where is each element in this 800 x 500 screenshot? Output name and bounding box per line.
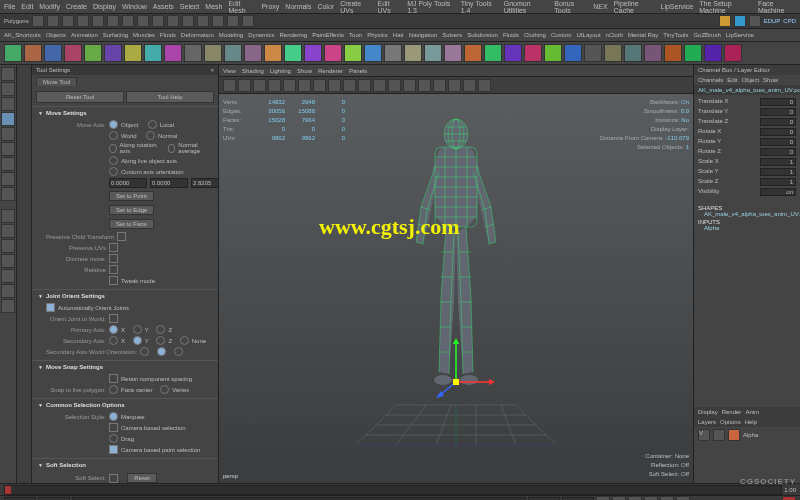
playback-end-input[interactable] <box>528 497 560 501</box>
shelf-icon[interactable] <box>64 44 82 62</box>
layer-menu-help[interactable]: Help <box>745 419 757 425</box>
menu-assets[interactable]: Assets <box>153 3 174 10</box>
shelf-icon[interactable] <box>544 44 562 62</box>
shelf-tab[interactable]: TinyTools <box>663 32 688 38</box>
camera-sel-check[interactable] <box>109 423 118 432</box>
layout-four-icon[interactable] <box>1 224 15 238</box>
shelf-icon[interactable] <box>184 44 202 62</box>
range-end-input[interactable] <box>562 497 594 501</box>
shelf-tab[interactable]: Mental Ray <box>628 32 658 38</box>
shelf-tab[interactable]: Physics <box>367 32 388 38</box>
vp-tool-icon[interactable] <box>478 79 491 92</box>
menu-nex[interactable]: NEX <box>593 3 607 10</box>
shelf-icon[interactable] <box>4 44 22 62</box>
shelf-tab[interactable]: Subdivision <box>467 32 498 38</box>
layout-single-icon[interactable] <box>1 209 15 223</box>
character-mesh[interactable] <box>391 112 521 402</box>
menu-proxy[interactable]: Proxy <box>261 3 279 10</box>
shelf-icon[interactable] <box>224 44 242 62</box>
menu-file[interactable]: File <box>4 3 15 10</box>
time-slider[interactable]: 1.00 <box>0 483 800 495</box>
menu-editmesh[interactable]: Edit Mesh <box>228 0 255 14</box>
playback-start-input[interactable] <box>38 497 70 501</box>
vp-menu-renderer[interactable]: Renderer <box>318 68 343 74</box>
layout-persp-graph-icon[interactable] <box>1 254 15 268</box>
menu-create[interactable]: Create <box>66 3 87 10</box>
shelf-icon[interactable] <box>324 44 342 62</box>
attr-value[interactable]: 1 <box>760 158 796 166</box>
set-to-point-button[interactable]: Set to Point <box>109 191 154 201</box>
menu-lipservice[interactable]: LipService <box>661 3 694 10</box>
attr-value[interactable]: 0 <box>760 148 796 156</box>
layer-type-toggle[interactable] <box>713 429 725 441</box>
layout-hypershade-icon[interactable] <box>1 269 15 283</box>
attr-value[interactable]: 0 <box>760 108 796 116</box>
status-icon[interactable] <box>122 15 134 27</box>
status-icon[interactable] <box>32 15 44 27</box>
shelf-tab[interactable]: nCloth <box>606 32 623 38</box>
autokey-icon[interactable] <box>782 496 796 501</box>
vp-tool-icon[interactable] <box>253 79 266 92</box>
lasso-tool-icon[interactable] <box>1 82 15 96</box>
vp-tool-icon[interactable] <box>373 79 386 92</box>
custom-y-input[interactable] <box>150 178 188 188</box>
attr-label[interactable]: Translate Y <box>698 108 728 116</box>
selected-object-name[interactable]: AK_male_v4_alpha_toes_anim_UV:polyS... <box>694 85 800 95</box>
shelf-icon[interactable] <box>404 44 422 62</box>
cb-menu-channels[interactable]: Channels <box>698 77 723 83</box>
discrete-move-check[interactable] <box>109 254 118 263</box>
shelf-icon[interactable] <box>124 44 142 62</box>
menu-normals[interactable]: Normals <box>285 3 311 10</box>
shelf-tab[interactable]: Clothing <box>524 32 546 38</box>
shelf-icon[interactable] <box>104 44 122 62</box>
shelf-icon[interactable] <box>44 44 62 62</box>
axis-normavg-radio[interactable] <box>168 144 176 153</box>
soft-select-check[interactable] <box>109 474 118 483</box>
axis-world-radio[interactable] <box>109 131 118 140</box>
current-time-marker[interactable] <box>5 486 11 494</box>
shelf-tab[interactable]: Hair <box>393 32 404 38</box>
shelf-icon[interactable] <box>624 44 642 62</box>
sw-y-radio[interactable] <box>157 347 166 356</box>
shelf-tab[interactable]: Rendering <box>280 32 308 38</box>
vp-tool-icon[interactable] <box>418 79 431 92</box>
shelf-icon[interactable] <box>264 44 282 62</box>
layer-tab-display[interactable]: Display <box>698 409 718 415</box>
render-icon[interactable] <box>719 15 731 27</box>
shelf-tab[interactable]: Animation <box>71 32 98 38</box>
shelf-icon[interactable] <box>284 44 302 62</box>
vp-tool-icon[interactable] <box>298 79 311 92</box>
status-icon[interactable] <box>749 15 761 27</box>
attr-value[interactable]: 0 <box>760 118 796 126</box>
menu-mesh[interactable]: Mesh <box>205 3 222 10</box>
attr-label[interactable]: Scale Y <box>698 168 719 176</box>
shelf-icon[interactable] <box>84 44 102 62</box>
vp-tool-icon[interactable] <box>313 79 326 92</box>
vp-tool-icon[interactable] <box>343 79 356 92</box>
sw-z-radio[interactable] <box>174 347 183 356</box>
status-icon[interactable] <box>62 15 74 27</box>
sel-drag-radio[interactable] <box>109 434 118 443</box>
attr-label[interactable]: Rotate X <box>698 128 721 136</box>
shape-name[interactable]: AK_male_v4_alpha_toes_anim_UV:pol... <box>704 211 796 217</box>
sa-y-radio[interactable] <box>133 336 142 345</box>
orient-world-check[interactable] <box>109 314 118 323</box>
shelf-tab[interactable]: Deformation <box>181 32 214 38</box>
menu-facemachine[interactable]: Face Machine <box>758 0 796 14</box>
shelf-icon[interactable] <box>24 44 42 62</box>
vp-menu-view[interactable]: View <box>223 68 236 74</box>
vp-menu-shading[interactable]: Shading <box>242 68 264 74</box>
attr-value[interactable]: 0 <box>760 128 796 136</box>
shelf-icon[interactable] <box>344 44 362 62</box>
preserve-child-check[interactable] <box>117 232 126 241</box>
shelf-icon[interactable] <box>444 44 462 62</box>
shelf-tab[interactable]: LipService <box>726 32 754 38</box>
status-icon[interactable] <box>77 15 89 27</box>
axis-local-radio[interactable] <box>148 120 157 129</box>
status-icon[interactable] <box>182 15 194 27</box>
axis-rotaxis-radio[interactable] <box>109 144 117 153</box>
attr-label[interactable]: Scale Z <box>698 178 718 186</box>
axis-liveobj-radio[interactable] <box>109 156 118 165</box>
attr-value[interactable]: 0 <box>760 138 796 146</box>
attr-label[interactable]: Translate X <box>698 98 728 106</box>
